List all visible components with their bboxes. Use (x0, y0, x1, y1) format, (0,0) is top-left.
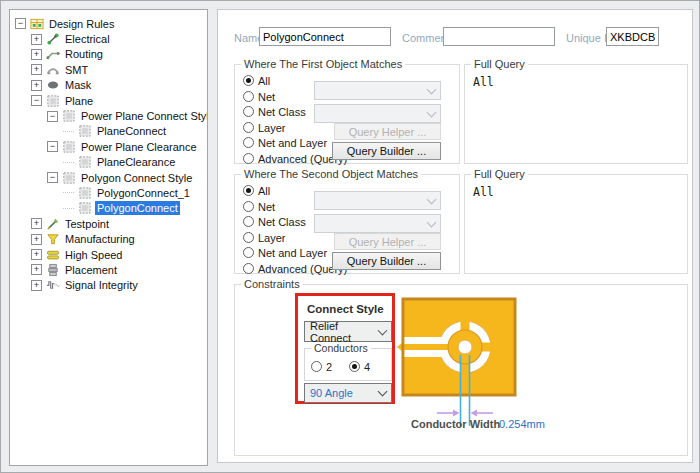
radio-conductors-4[interactable]: 4 (349, 360, 370, 373)
collapse-minus-icon[interactable]: − (47, 172, 58, 183)
radio-icon[interactable] (243, 232, 254, 243)
tree-item-electrical[interactable]: +Electrical (10, 31, 207, 46)
chevron-down-icon (427, 107, 437, 117)
radio-icon[interactable] (243, 185, 254, 196)
tree-item-label: PolygonConnect_1 (95, 186, 192, 200)
radio-icon[interactable] (311, 361, 322, 372)
chevron-down-icon (427, 217, 437, 227)
rule-icon (77, 155, 92, 170)
constraints-title: Constraints (241, 278, 303, 290)
radio-net[interactable]: Net (243, 200, 275, 213)
radio-conductors-2[interactable]: 2 (311, 360, 332, 373)
collapse-minus-icon[interactable]: − (31, 95, 42, 106)
tree-item-planeclearance[interactable]: PlaneClearance (10, 155, 207, 170)
query-helper-button[interactable]: Query Helper ... (334, 123, 441, 140)
expand-plus-icon[interactable]: + (31, 264, 42, 275)
tree-item-manufacturing[interactable]: +Manufacturing (10, 231, 207, 246)
tree-item-testpoint[interactable]: +Testpoint (10, 216, 207, 231)
connect-style-label: Connect Style (307, 303, 384, 315)
second-object-matches-title: Where The Second Object Matches (241, 168, 421, 180)
radio-layer[interactable]: Layer (243, 121, 286, 134)
comment-input[interactable] (443, 27, 555, 46)
tree-item-plane[interactable]: −Plane (10, 93, 207, 108)
rule-icon (77, 185, 92, 200)
expand-plus-icon[interactable]: + (31, 218, 42, 229)
tree-item-signal-integrity[interactable]: +Signal Integrity (10, 278, 207, 293)
tree-item-label: Placement (63, 263, 119, 277)
radio-net-class[interactable]: Net Class (243, 105, 306, 118)
collapse-minus-icon[interactable]: − (47, 111, 58, 122)
relief-connect-preview (397, 295, 545, 435)
radio-icon[interactable] (243, 137, 254, 148)
tree-item-label: PolygonConnect (95, 201, 180, 215)
tree-item-design-rules[interactable]: −Design Rules (10, 16, 207, 31)
query-builder-button[interactable]: Query Builder ... (332, 252, 441, 270)
radio-all[interactable]: All (243, 184, 270, 197)
expand-plus-icon[interactable]: + (31, 249, 42, 260)
tree-item-smt[interactable]: +SMT (10, 62, 207, 77)
tree-item-polygonconnect[interactable]: PolygonConnect (10, 201, 207, 216)
expand-plus-icon[interactable]: + (31, 49, 42, 60)
expand-plus-icon[interactable]: + (31, 64, 42, 75)
tree-connector (63, 192, 74, 193)
net-class-select-dropdown[interactable] (314, 104, 441, 123)
tree-item-polygon-connect-style[interactable]: −Polygon Connect Style (10, 170, 207, 185)
query-helper-button[interactable]: Query Helper ... (334, 233, 441, 250)
radio-icon[interactable] (243, 91, 254, 102)
radio-icon[interactable] (243, 122, 254, 133)
radio-net-and-layer[interactable]: Net and Layer (243, 136, 327, 149)
radio-icon[interactable] (349, 361, 360, 372)
tree-item-power-plane-clearance[interactable]: −Power Plane Clearance (10, 139, 207, 154)
tree-item-label: High Speed (63, 248, 125, 262)
design-rules-tree[interactable]: −Design Rules+Electrical+Routing+SMT+Mas… (9, 9, 208, 466)
net-select-dropdown[interactable] (314, 191, 441, 210)
full-query-first-group: Full Query All (464, 64, 688, 164)
tree-item-planeconnect[interactable]: PlaneConnect (10, 124, 207, 139)
radio-icon[interactable] (243, 216, 254, 227)
first-object-matches-group: Where The First Object Matches All Net N… (234, 64, 460, 164)
unique-id-input[interactable] (606, 27, 659, 46)
expand-plus-icon[interactable]: + (31, 80, 42, 91)
radio-net-class[interactable]: Net Class (243, 215, 306, 228)
radio-all[interactable]: All (243, 74, 270, 87)
radio-icon[interactable] (243, 106, 254, 117)
tree-item-label: Manufacturing (63, 232, 137, 246)
rule-icon (77, 124, 92, 139)
expand-plus-icon[interactable]: + (31, 234, 42, 245)
tree-item-mask[interactable]: +Mask (10, 78, 207, 93)
tree-item-power-plane-connect-style[interactable]: −Power Plane Connect Style (10, 108, 207, 123)
name-input[interactable] (259, 27, 391, 46)
expand-plus-icon[interactable]: + (31, 34, 42, 45)
net-class-select-dropdown[interactable] (314, 214, 441, 233)
tree-connector (63, 162, 74, 163)
radio-net-and-layer[interactable]: Net and Layer (243, 246, 327, 259)
tree-item-placement[interactable]: +Placement (10, 262, 207, 277)
radio-icon[interactable] (243, 153, 254, 164)
tree-item-routing[interactable]: +Routing (10, 47, 207, 62)
tree-item-label: Power Plane Connect Style (79, 109, 208, 123)
radio-icon[interactable] (243, 75, 254, 86)
expand-plus-icon[interactable]: + (31, 280, 42, 291)
tree-item-polygonconnect-1[interactable]: PolygonConnect_1 (10, 185, 207, 200)
rule-icon (61, 139, 76, 154)
angle-dropdown[interactable]: 90 Angle (304, 383, 392, 403)
chevron-down-icon (378, 387, 388, 397)
first-object-matches-title: Where The First Object Matches (241, 58, 405, 70)
chevron-down-icon (427, 84, 437, 94)
radio-icon[interactable] (243, 247, 254, 258)
tree-item-label: Testpoint (63, 217, 111, 231)
collapse-minus-icon[interactable]: − (15, 18, 26, 29)
radio-layer[interactable]: Layer (243, 231, 286, 244)
routing-icon (45, 47, 60, 62)
rule-icon (77, 201, 92, 216)
net-select-dropdown[interactable] (314, 81, 441, 100)
highspeed-icon (45, 247, 60, 262)
radio-net[interactable]: Net (243, 90, 275, 103)
radio-icon[interactable] (243, 263, 254, 274)
tree-connector (63, 131, 74, 132)
radio-icon[interactable] (243, 201, 254, 212)
query-builder-button[interactable]: Query Builder ... (332, 142, 441, 160)
tree-item-high-speed[interactable]: +High Speed (10, 247, 207, 262)
connect-style-dropdown[interactable]: Relief Connect (304, 321, 392, 342)
collapse-minus-icon[interactable]: − (47, 141, 58, 152)
